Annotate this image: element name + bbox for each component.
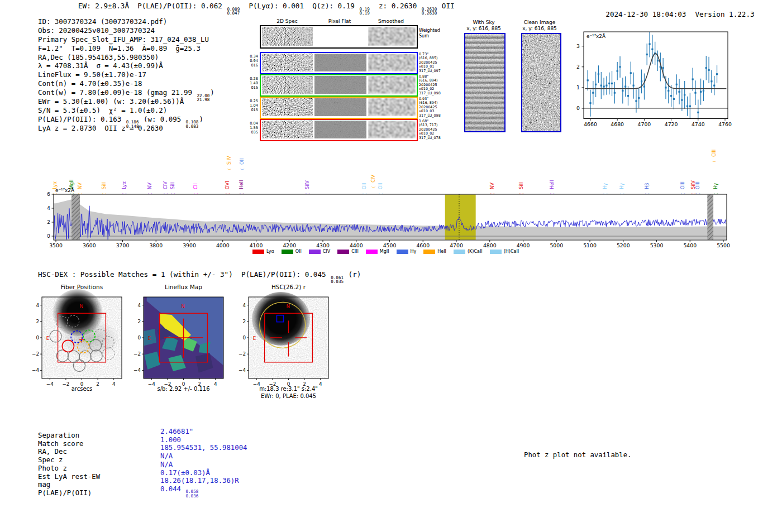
hsc-overlay: −4−2024−4−2024NE: [231, 282, 348, 402]
y-tick-label: 0: [137, 335, 141, 341]
legend-label: OII: [295, 249, 302, 254]
emission-line-label: SiII: [101, 182, 107, 189]
weighted-sum-row: [260, 25, 418, 49]
data-point: [611, 83, 613, 84]
emission-line-label: OII: [378, 183, 383, 189]
line-label-bracket: (: [193, 193, 198, 194]
masked-band: [71, 195, 80, 240]
data-point: [651, 49, 653, 50]
emission-line-label: HeII: [239, 180, 244, 189]
data-point: [700, 91, 702, 93]
fiber-smoothed-image: [368, 76, 416, 94]
noise-image: [314, 121, 366, 138]
stacked-uncertainty: 0.26300.2630: [421, 7, 437, 16]
noise-image: [262, 121, 313, 138]
photz-note: Phot z plot not available.: [524, 451, 632, 459]
info-line: S/N = 5.3(±0.5) χ² = 1.0(±0.2): [38, 106, 214, 115]
noise-image: [314, 76, 366, 94]
y-tick-label: 3: [576, 43, 580, 49]
emission-line-label: SiII: [518, 182, 524, 189]
info-line: ID: 3007370324 (3007370324.pdf): [38, 17, 214, 26]
spec2d-fiber-row: [260, 119, 418, 141]
x-tick-label: −2: [62, 381, 69, 387]
y-tick-label: 6: [47, 191, 50, 197]
report-timestamp-version: 2024-12-30 18:04:03Version 1.22.3: [589, 2, 755, 27]
x-tick-label: 4100: [250, 242, 263, 248]
legend-swatch: [366, 250, 378, 254]
legend-label: Lyα: [266, 249, 274, 254]
weighted-2d-spec-image: [262, 27, 313, 46]
spec2d-fiber-row: [260, 97, 418, 119]
match-row-label: P(LAE)/P(OII): [38, 489, 92, 497]
data-point: [681, 99, 683, 101]
with-sky-title: With Sky: [473, 20, 494, 25]
emission-line-label: SiII: [170, 182, 175, 189]
emission-line-label: CII: [193, 183, 198, 189]
masked-band: [707, 195, 713, 240]
y-tick-label: 2: [242, 319, 246, 324]
data-point: [619, 66, 621, 68]
data-point: [684, 94, 685, 95]
data-point: [587, 79, 589, 81]
fiber-circle-selected: [83, 330, 95, 342]
weighted-pixel-flat-blank: [314, 26, 366, 46]
data-point: [643, 85, 645, 87]
data-point: [678, 91, 680, 93]
fiber-circle-gray: [68, 351, 79, 362]
x-tick-label: 4400: [350, 242, 363, 248]
x-tick-label: 3600: [83, 242, 96, 248]
match-row-value: N/A: [160, 452, 173, 460]
cutout-frame: [249, 297, 328, 378]
emission-line-label: OIII: [680, 181, 685, 189]
x-tick-label: 4720: [665, 121, 678, 127]
compass-north-label: N: [286, 304, 290, 309]
data-point: [703, 90, 704, 92]
y-tick-label: 4: [137, 303, 141, 308]
compass-north-label: N: [79, 304, 83, 309]
stacked-uncertainty: 0.0890.047: [226, 7, 240, 16]
fiber-circle-gray-dashed: [103, 348, 115, 360]
line-label-bracket: (: [371, 186, 376, 188]
fiber-circle-gray: [73, 360, 85, 371]
x-tick-label: 4680: [611, 121, 624, 127]
lineflux-overlay: −4−2024−4−2024NE: [126, 282, 243, 402]
y-tick-label: −4: [133, 367, 141, 373]
stacked-uncertainty: 0.190.19: [359, 7, 370, 16]
info-line: λ = 4708.31Å σ = 4.43(±0.99)Å: [38, 61, 214, 70]
line-label-bracket: (: [102, 193, 107, 194]
line-label-bracket: (: [619, 193, 624, 194]
with-sky-image: [464, 33, 506, 132]
fiber-row-weights: 0.340.94016: [245, 54, 258, 68]
match-row-value: 1.000: [160, 436, 181, 444]
emission-line-label: NV: [77, 183, 83, 189]
match-row-label: RA, Dec: [38, 448, 67, 456]
data-point: [673, 98, 675, 100]
fitplot-units-label: e⁻¹⁷x2Å: [586, 33, 605, 39]
data-point: [689, 106, 691, 107]
legend-label: MgII: [380, 249, 389, 254]
detection-info-block: ID: 3007370324 (3007370324.pdf)Obs: 2020…: [38, 17, 214, 133]
noise-image: [262, 54, 313, 71]
fiber-pixel-flat-image: [314, 54, 366, 71]
y-tick-label: 4: [242, 303, 246, 308]
info-line: P(LAE)/P(OII): 0.163 0.1860.148 (w: 0.09…: [38, 115, 214, 124]
emission-line-label: NV: [147, 183, 152, 189]
data-point: [622, 90, 623, 92]
line-label-bracket: (: [603, 193, 608, 194]
data-point: [608, 83, 610, 84]
fiber-circle-gray-dashed: [68, 315, 79, 327]
fiber-row-weights: 0.041.55035: [245, 121, 258, 135]
data-point: [662, 67, 664, 69]
y-tick-label: 2: [576, 64, 580, 70]
spectrum-units-label: e⁻¹⁷x2Å: [55, 188, 74, 193]
x-tick-label: 4200: [283, 242, 296, 248]
line-label-bracket: (: [305, 193, 310, 194]
data-point: [614, 92, 616, 94]
data-point: [713, 85, 715, 87]
data-point: [600, 85, 602, 87]
spectrum-legend: LyαOIICIVCIIIMgIIHγHeII(K)CaII(H)CaII: [252, 249, 519, 254]
emission-line-label: OII: [239, 158, 245, 165]
data-point: [595, 84, 597, 85]
x-tick-label: 4: [319, 381, 322, 387]
data-point: [603, 85, 605, 87]
